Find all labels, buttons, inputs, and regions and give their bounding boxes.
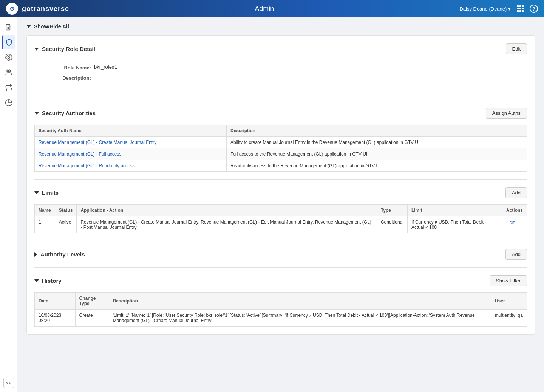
security-authorities-header: Security Authorities Assign Auths bbox=[34, 108, 527, 119]
role-name-label: Role Name: bbox=[49, 64, 91, 71]
nav-left: G gotransverse bbox=[6, 3, 69, 15]
history-table: Date Change Type Description User 10/08/… bbox=[34, 292, 527, 327]
show-hide-all[interactable]: Show/Hide All bbox=[26, 23, 535, 29]
limit-actions-cell: Edit bbox=[502, 216, 527, 233]
limit-type-cell: Conditional bbox=[377, 216, 407, 233]
table-row: Revenue Management (GL) - Read-only acce… bbox=[35, 160, 527, 172]
divider-4 bbox=[34, 267, 527, 268]
history-user-col: User bbox=[491, 293, 527, 310]
top-navigation: G gotransverse Admin Daisy Deane (Deane)… bbox=[0, 0, 544, 17]
security-role-detail-title-row[interactable]: Security Role Detail bbox=[34, 46, 95, 52]
show-filter-button[interactable]: Show Filter bbox=[490, 275, 527, 286]
history-table-container: Date Change Type Description User 10/08/… bbox=[34, 292, 527, 327]
history-title-row[interactable]: History bbox=[34, 278, 62, 284]
sidebar-expand: >> bbox=[0, 378, 17, 388]
limit-app-action-cell: Revenue Management (GL) - Create Manual … bbox=[77, 216, 377, 233]
security-authorities-title-row[interactable]: Security Authorities bbox=[34, 110, 96, 116]
show-hide-icon bbox=[26, 25, 31, 28]
sidebar-item-reports[interactable] bbox=[2, 96, 15, 110]
limits-table-container: Name Status Application - Action Type Li… bbox=[34, 204, 527, 233]
history-description-cell: 'Limit: 1' [Name: '1'][Role: 'User Secur… bbox=[109, 310, 491, 327]
main-layout: >> Show/Hide All Security Role Detail Ed… bbox=[0, 17, 544, 392]
authority-levels-add-button[interactable]: Add bbox=[505, 249, 527, 260]
sidebar-item-documents[interactable] bbox=[2, 20, 15, 34]
divider-2 bbox=[34, 179, 527, 180]
table-row: Revenue Management (GL) - Create Manual … bbox=[35, 137, 527, 148]
sidebar: >> bbox=[0, 17, 17, 392]
logo-letter: G bbox=[10, 6, 14, 12]
limits-header: Limits Add bbox=[34, 187, 527, 198]
limit-edit-link[interactable]: Edit bbox=[506, 219, 515, 225]
user-menu[interactable]: Daisy Deane (Deane) ▾ bbox=[459, 6, 511, 12]
authority-levels-header: Authority Levels Add bbox=[34, 249, 527, 260]
limits-title: Limits bbox=[42, 190, 59, 196]
help-icon[interactable]: ? bbox=[530, 5, 538, 13]
auth-desc-cell: Full access to the Revenue Management (G… bbox=[227, 148, 527, 160]
auth-desc-cell: Ability to create Manual Journal Entry i… bbox=[227, 137, 527, 148]
sidebar-item-sync[interactable] bbox=[2, 81, 15, 94]
auth-desc-col-header: Description bbox=[227, 125, 527, 137]
security-role-detail-fields: Role Name: bkr_role#1 Description: bbox=[34, 60, 527, 92]
limits-toggle-icon bbox=[34, 191, 39, 194]
security-role-detail-title: Security Role Detail bbox=[42, 46, 95, 52]
divider-3 bbox=[34, 241, 527, 241]
limit-status-col: Status bbox=[55, 205, 77, 216]
history-header: History Show Filter bbox=[34, 275, 527, 286]
description-row: Description: bbox=[49, 74, 519, 81]
role-name-row: Role Name: bkr_role#1 bbox=[49, 64, 519, 71]
main-card: Security Role Detail Edit Role Name: bkr… bbox=[26, 35, 535, 335]
security-authorities-title: Security Authorities bbox=[42, 110, 96, 116]
apps-grid-icon[interactable] bbox=[517, 5, 524, 12]
sidebar-item-users[interactable] bbox=[2, 66, 15, 79]
table-row: Revenue Management (GL) - Full access Fu… bbox=[35, 148, 527, 160]
auth-name-cell: Revenue Management (GL) - Read-only acce… bbox=[35, 160, 227, 172]
sidebar-item-security[interactable] bbox=[2, 35, 15, 49]
limits-title-row[interactable]: Limits bbox=[34, 190, 59, 196]
assign-auths-button[interactable]: Assign Auths bbox=[486, 108, 527, 119]
security-role-detail-header: Security Role Detail Edit bbox=[34, 43, 527, 54]
limit-name-cell: 1 bbox=[35, 216, 55, 233]
main-content: Show/Hide All Security Role Detail Edit … bbox=[17, 17, 544, 392]
history-date-cell: 10/08/2023 08:20 bbox=[35, 310, 76, 327]
limit-actions-col: Actions bbox=[502, 205, 527, 216]
auth-name-cell: Revenue Management (GL) - Full access bbox=[35, 148, 227, 160]
page-title: Admin bbox=[255, 5, 274, 13]
authority-levels-toggle-icon bbox=[34, 252, 37, 257]
history-date-col: Date bbox=[35, 293, 76, 310]
role-name-value: bkr_role#1 bbox=[94, 64, 117, 70]
svg-point-4 bbox=[8, 57, 9, 59]
logo-name: gotransverse bbox=[22, 5, 69, 13]
limit-app-action-col: Application - Action bbox=[77, 205, 377, 216]
security-authorities-table: Security Auth Name Description Revenue M… bbox=[34, 125, 527, 172]
history-user-cell: multientity_qa bbox=[491, 310, 527, 327]
limits-add-button[interactable]: Add bbox=[505, 187, 527, 198]
limit-type-col: Type bbox=[377, 205, 407, 216]
auth-desc-cell: Read-only access to the Revenue Manageme… bbox=[227, 160, 527, 172]
description-label: Description: bbox=[49, 74, 91, 81]
edit-button[interactable]: Edit bbox=[506, 43, 527, 54]
authorities-toggle-icon bbox=[34, 112, 39, 115]
section-toggle-icon bbox=[34, 48, 39, 51]
auth-name-col-header: Security Auth Name bbox=[35, 125, 227, 137]
auth-name-cell: Revenue Management (GL) - Create Manual … bbox=[35, 137, 227, 148]
sidebar-item-settings[interactable] bbox=[2, 51, 15, 64]
divider-1 bbox=[34, 100, 527, 100]
history-toggle-icon bbox=[34, 279, 39, 282]
table-row: 1 Active Revenue Management (GL) - Creat… bbox=[35, 216, 527, 233]
security-authorities-table-container: Security Auth Name Description Revenue M… bbox=[34, 125, 527, 172]
authority-levels-title: Authority Levels bbox=[40, 251, 85, 258]
expand-sidebar-button[interactable]: >> bbox=[3, 378, 14, 388]
show-hide-label: Show/Hide All bbox=[34, 23, 69, 29]
history-description-col: Description bbox=[109, 293, 491, 310]
limit-name-col: Name bbox=[35, 205, 55, 216]
nav-right: Daisy Deane (Deane) ▾ ? bbox=[459, 5, 538, 13]
limit-status-cell: Active bbox=[55, 216, 77, 233]
limit-limit-cell: If Currency ≠ USD, Then Total Debit - Ac… bbox=[407, 216, 502, 233]
history-change-type-col: Change Type bbox=[75, 293, 109, 310]
svg-point-6 bbox=[9, 70, 11, 72]
limit-limit-col: Limit bbox=[407, 205, 502, 216]
table-row: 10/08/2023 08:20 Create 'Limit: 1' [Name… bbox=[35, 310, 527, 327]
history-change-type-cell: Create bbox=[75, 310, 109, 327]
authority-levels-title-row[interactable]: Authority Levels bbox=[34, 251, 85, 258]
history-title: History bbox=[42, 278, 62, 284]
